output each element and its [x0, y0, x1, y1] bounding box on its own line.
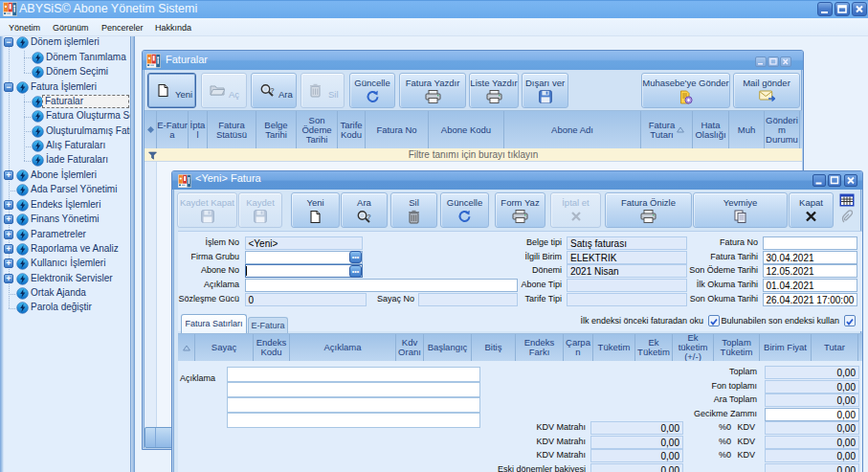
svg-text:?: ? — [367, 214, 371, 220]
svg-text:?: ? — [271, 87, 275, 94]
